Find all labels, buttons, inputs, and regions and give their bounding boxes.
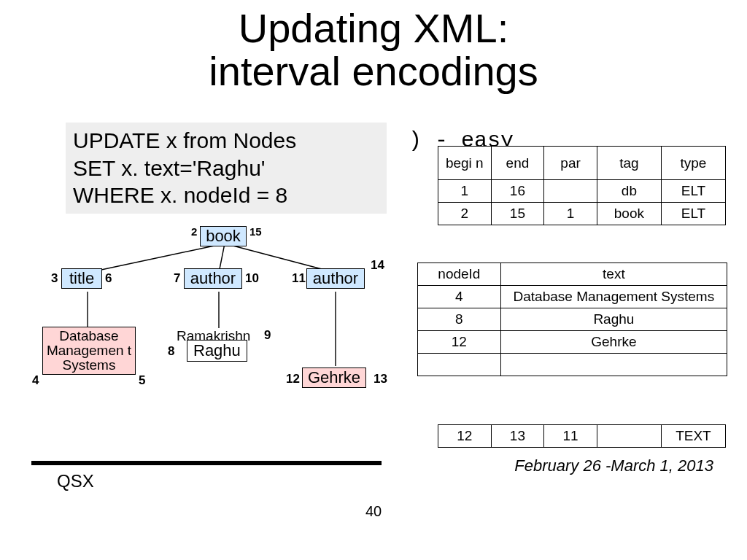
slide-title: Updating XML: interval encodings [0,7,747,93]
table-row: 8Raghu [418,308,727,331]
leaf-dbms: Database Managemen t Systems [42,327,136,375]
table-row: 2151 bookELT [438,203,726,225]
interval-6: 6 [105,271,112,286]
col-begin: begi n [438,147,492,180]
col-type: type [661,147,725,180]
footer-source: QSX [57,471,94,491]
interval-15: 15 [249,225,262,238]
table-row: 4Database Management Systems [418,286,727,308]
interval-10: 10 [245,271,259,286]
footer-rule [31,461,382,465]
interval-12: 12 [286,372,300,386]
sql-line-1: UPDATE x from Nodes [73,127,379,155]
node-title: title [61,268,102,289]
leaf-rama-new: Raghu [187,340,247,362]
interval-2: 2 [191,225,197,238]
table-row: 12Gehrke [418,331,727,354]
nodes-table-last-row: 121311 TEXT [438,424,726,448]
interval-9: 9 [264,328,271,343]
sql-line-3: WHERE x. nodeId = 8 [73,182,379,209]
col-text: text [500,263,727,286]
text-table: nodeId text 4Database Management Systems… [417,262,727,376]
interval-5: 5 [139,373,145,388]
col-nodeid: nodeId [418,263,501,286]
nodes-table: begi n end par tag type 116 dbELT 2151 b… [438,146,726,225]
interval-11: 11 [292,271,306,286]
page-number: 40 [0,503,747,520]
node-author-1: author [184,268,242,289]
col-end: end [491,147,544,180]
table-row: 121311 TEXT [438,425,726,448]
col-par: par [544,147,597,180]
interval-8: 8 [168,344,174,359]
node-author-2: author [306,268,365,289]
table-row: 116 dbELT [438,180,726,203]
sql-update-box: UPDATE x from Nodes SET x. text='Raghu' … [66,122,387,214]
node-book: book [200,226,247,246]
col-tag: tag [597,147,661,180]
footer-date: February 26 -March 1, 2013 [514,456,713,475]
interval-4: 4 [32,373,39,388]
leaf-gehrke: Gehrke [302,368,366,388]
interval-3: 3 [51,271,58,286]
interval-14: 14 [371,258,384,273]
interval-13: 13 [374,372,387,386]
interval-7: 7 [174,271,180,286]
xml-tree: 2 book 15 3 title 6 7 author 10 11 autho… [29,226,438,416]
sql-line-2: SET x. text='Raghu' [73,155,379,182]
table-row [418,354,727,376]
